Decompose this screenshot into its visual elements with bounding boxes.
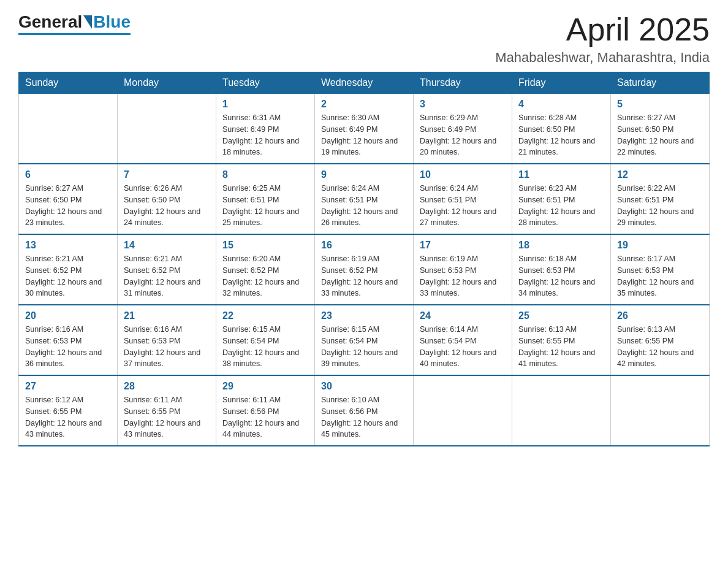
day-info: Sunrise: 6:21 AMSunset: 6:52 PMDaylight:… xyxy=(124,253,210,299)
day-info: Sunrise: 6:11 AMSunset: 6:55 PMDaylight:… xyxy=(124,394,210,440)
day-number: 15 xyxy=(222,240,308,251)
table-row: 7Sunrise: 6:26 AMSunset: 6:50 PMDaylight… xyxy=(118,164,216,234)
day-info: Sunrise: 6:24 AMSunset: 6:51 PMDaylight:… xyxy=(420,183,506,229)
day-number: 13 xyxy=(25,240,111,251)
day-number: 8 xyxy=(222,169,308,180)
day-info: Sunrise: 6:22 AMSunset: 6:51 PMDaylight:… xyxy=(617,183,703,229)
day-number: 9 xyxy=(321,169,407,180)
table-row: 16Sunrise: 6:19 AMSunset: 6:52 PMDayligh… xyxy=(315,234,414,305)
day-number: 6 xyxy=(25,169,111,180)
table-row: 27Sunrise: 6:12 AMSunset: 6:55 PMDayligh… xyxy=(19,375,118,446)
day-number: 12 xyxy=(617,169,703,180)
table-row: 25Sunrise: 6:13 AMSunset: 6:55 PMDayligh… xyxy=(512,305,611,375)
table-row: 23Sunrise: 6:15 AMSunset: 6:54 PMDayligh… xyxy=(315,305,414,375)
day-number: 16 xyxy=(321,240,407,251)
table-row: 12Sunrise: 6:22 AMSunset: 6:51 PMDayligh… xyxy=(611,164,710,234)
day-number: 25 xyxy=(518,310,604,321)
day-info: Sunrise: 6:12 AMSunset: 6:55 PMDaylight:… xyxy=(25,394,111,440)
logo-blue-text: Blue xyxy=(93,12,131,32)
calendar-week-row: 13Sunrise: 6:21 AMSunset: 6:52 PMDayligh… xyxy=(19,234,710,305)
day-info: Sunrise: 6:25 AMSunset: 6:51 PMDaylight:… xyxy=(222,183,308,229)
day-number: 18 xyxy=(518,240,604,251)
table-row: 26Sunrise: 6:13 AMSunset: 6:55 PMDayligh… xyxy=(611,305,710,375)
table-row: 17Sunrise: 6:19 AMSunset: 6:53 PMDayligh… xyxy=(414,234,512,305)
day-number: 5 xyxy=(617,99,703,110)
day-number: 23 xyxy=(321,310,407,321)
day-number: 30 xyxy=(321,381,407,392)
day-number: 21 xyxy=(124,310,210,321)
table-row xyxy=(611,375,710,446)
day-number: 11 xyxy=(518,169,604,180)
table-row xyxy=(118,94,216,164)
day-number: 1 xyxy=(222,99,308,110)
table-row: 24Sunrise: 6:14 AMSunset: 6:54 PMDayligh… xyxy=(414,305,512,375)
table-row: 18Sunrise: 6:18 AMSunset: 6:53 PMDayligh… xyxy=(512,234,611,305)
table-row: 3Sunrise: 6:29 AMSunset: 6:49 PMDaylight… xyxy=(414,94,512,164)
day-info: Sunrise: 6:11 AMSunset: 6:56 PMDaylight:… xyxy=(222,394,308,440)
day-number: 2 xyxy=(321,99,407,110)
table-row: 2Sunrise: 6:30 AMSunset: 6:49 PMDaylight… xyxy=(315,94,414,164)
calendar-table: Sunday Monday Tuesday Wednesday Thursday… xyxy=(18,72,710,446)
table-row: 8Sunrise: 6:25 AMSunset: 6:51 PMDaylight… xyxy=(216,164,315,234)
day-number: 10 xyxy=(420,169,506,180)
logo-underline xyxy=(18,33,131,35)
table-row: 9Sunrise: 6:24 AMSunset: 6:51 PMDaylight… xyxy=(315,164,414,234)
day-number: 24 xyxy=(420,310,506,321)
logo-triangle-icon xyxy=(83,15,92,29)
calendar-week-row: 6Sunrise: 6:27 AMSunset: 6:50 PMDaylight… xyxy=(19,164,710,234)
day-info: Sunrise: 6:15 AMSunset: 6:54 PMDaylight:… xyxy=(321,324,407,370)
col-monday: Monday xyxy=(118,72,216,94)
table-row: 30Sunrise: 6:10 AMSunset: 6:56 PMDayligh… xyxy=(315,375,414,446)
day-info: Sunrise: 6:24 AMSunset: 6:51 PMDaylight:… xyxy=(321,183,407,229)
day-info: Sunrise: 6:23 AMSunset: 6:51 PMDaylight:… xyxy=(518,183,604,229)
calendar-week-row: 1Sunrise: 6:31 AMSunset: 6:49 PMDaylight… xyxy=(19,94,710,164)
day-info: Sunrise: 6:27 AMSunset: 6:50 PMDaylight:… xyxy=(25,183,111,229)
day-info: Sunrise: 6:28 AMSunset: 6:50 PMDaylight:… xyxy=(518,112,604,158)
table-row: 10Sunrise: 6:24 AMSunset: 6:51 PMDayligh… xyxy=(414,164,512,234)
day-info: Sunrise: 6:29 AMSunset: 6:49 PMDaylight:… xyxy=(420,112,506,158)
table-row: 21Sunrise: 6:16 AMSunset: 6:53 PMDayligh… xyxy=(118,305,216,375)
logo-blue-part: Blue xyxy=(82,12,131,32)
logo-general-text: General xyxy=(18,12,82,32)
table-row: 5Sunrise: 6:27 AMSunset: 6:50 PMDaylight… xyxy=(611,94,710,164)
table-row: 6Sunrise: 6:27 AMSunset: 6:50 PMDaylight… xyxy=(19,164,118,234)
day-info: Sunrise: 6:19 AMSunset: 6:53 PMDaylight:… xyxy=(420,253,506,299)
table-row: 22Sunrise: 6:15 AMSunset: 6:54 PMDayligh… xyxy=(216,305,315,375)
day-number: 4 xyxy=(518,99,604,110)
col-saturday: Saturday xyxy=(611,72,710,94)
day-number: 7 xyxy=(124,169,210,180)
table-row xyxy=(19,94,118,164)
day-info: Sunrise: 6:13 AMSunset: 6:55 PMDaylight:… xyxy=(518,324,604,370)
day-number: 14 xyxy=(124,240,210,251)
day-number: 26 xyxy=(617,310,703,321)
table-row: 11Sunrise: 6:23 AMSunset: 6:51 PMDayligh… xyxy=(512,164,611,234)
day-number: 28 xyxy=(124,381,210,392)
table-row: 4Sunrise: 6:28 AMSunset: 6:50 PMDaylight… xyxy=(512,94,611,164)
day-info: Sunrise: 6:14 AMSunset: 6:54 PMDaylight:… xyxy=(420,324,506,370)
location-text: Mahabaleshwar, Maharashtra, India xyxy=(495,50,710,66)
day-info: Sunrise: 6:18 AMSunset: 6:53 PMDaylight:… xyxy=(518,253,604,299)
day-number: 3 xyxy=(420,99,506,110)
day-number: 19 xyxy=(617,240,703,251)
day-info: Sunrise: 6:16 AMSunset: 6:53 PMDaylight:… xyxy=(124,324,210,370)
day-info: Sunrise: 6:19 AMSunset: 6:52 PMDaylight:… xyxy=(321,253,407,299)
table-row: 13Sunrise: 6:21 AMSunset: 6:52 PMDayligh… xyxy=(19,234,118,305)
day-number: 17 xyxy=(420,240,506,251)
table-row: 15Sunrise: 6:20 AMSunset: 6:52 PMDayligh… xyxy=(216,234,315,305)
day-number: 20 xyxy=(25,310,111,321)
col-tuesday: Tuesday xyxy=(216,72,315,94)
table-row xyxy=(414,375,512,446)
day-number: 29 xyxy=(222,381,308,392)
month-title: April 2025 xyxy=(495,12,710,47)
col-wednesday: Wednesday xyxy=(315,72,414,94)
page-header: General Blue April 2025 Mahabaleshwar, M… xyxy=(18,12,710,66)
day-info: Sunrise: 6:10 AMSunset: 6:56 PMDaylight:… xyxy=(321,394,407,440)
day-info: Sunrise: 6:20 AMSunset: 6:52 PMDaylight:… xyxy=(222,253,308,299)
title-section: April 2025 Mahabaleshwar, Maharashtra, I… xyxy=(495,12,710,66)
table-row: 29Sunrise: 6:11 AMSunset: 6:56 PMDayligh… xyxy=(216,375,315,446)
day-number: 22 xyxy=(222,310,308,321)
table-row xyxy=(512,375,611,446)
calendar-week-row: 27Sunrise: 6:12 AMSunset: 6:55 PMDayligh… xyxy=(19,375,710,446)
calendar-week-row: 20Sunrise: 6:16 AMSunset: 6:53 PMDayligh… xyxy=(19,305,710,375)
col-friday: Friday xyxy=(512,72,611,94)
